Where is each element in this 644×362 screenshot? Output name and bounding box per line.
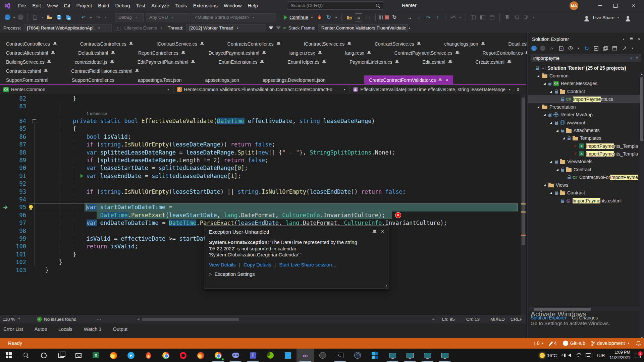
tab-appsettings.Test.json[interactable]: appsettings.Test.json (133, 75, 186, 84)
popup-link-copy-details[interactable]: Copy Details (244, 262, 271, 267)
tab-changelogs.json[interactable]: changelogs.json (439, 39, 489, 48)
popup-pin-icon[interactable] (373, 230, 376, 234)
maximize-button[interactable] (608, 0, 623, 11)
taskbar-app-dark-icon[interactable] (314, 349, 331, 362)
tree-item-importpayments-templa[interactable]: ✓XImportPayments_Templa (528, 150, 644, 158)
menu-tools[interactable]: Tools (172, 0, 190, 11)
panel-tab-error-list[interactable]: Error List (3, 326, 23, 338)
se-forward-icon[interactable]: → (540, 46, 545, 51)
outgoing-commits[interactable]: ↑ 0 ▾ (533, 341, 544, 346)
pin-icon[interactable] (481, 42, 485, 46)
tree-item-presentation[interactable]: ◢Presentation (528, 103, 644, 111)
tree-item-renter-mvcapp[interactable]: ◢Renter.MvcApp (528, 111, 644, 119)
tree-item-contract[interactable]: ◢Contract (528, 189, 644, 197)
live-share-group[interactable]: Live Share ▾ (585, 11, 630, 23)
taskbar-visual-studio-icon[interactable]: ∞ (297, 349, 314, 362)
pin-icon[interactable] (347, 42, 351, 46)
tab-IContractService.cs[interactable]: IContractService.cs (152, 39, 208, 48)
solution-explorer-hscrollbar[interactable] (529, 307, 640, 311)
menu-view[interactable]: View (44, 0, 61, 11)
minimize-button[interactable] (592, 0, 608, 11)
tree-item-common[interactable]: ◢Common (528, 72, 644, 79)
se-sync-dropdown[interactable]: ▾ (631, 47, 634, 50)
next-bookmark-icon[interactable] (522, 13, 530, 21)
taskbar-brave-icon[interactable] (140, 349, 157, 362)
tab-DelayedPayment.cshtml[interactable]: DelayedPayment.cshtml (204, 48, 271, 57)
tab-EnumExtension.cs[interactable]: EnumExtension.cs (214, 57, 269, 66)
code-cleanup-icon[interactable]: ⌁ (97, 317, 99, 321)
stop-debugging-icon[interactable] (385, 15, 389, 19)
navigate-back-dropdown[interactable]: ▾ (12, 16, 16, 19)
weather-widget[interactable]: 16°C (540, 353, 557, 358)
pin-icon[interactable] (129, 42, 133, 46)
bookmark-icon[interactable] (503, 13, 511, 21)
tree-item-importpayments-cshtml[interactable]: @ImportPayments.cshtml (528, 197, 644, 204)
github-status[interactable]: GitHub (563, 341, 585, 346)
volume-icon[interactable] (568, 354, 571, 357)
member-dropdown[interactable]: ◧ EffectiveDateValidate(DateTime effecti… (350, 85, 526, 94)
popup-resize-grip[interactable] (384, 285, 387, 288)
popup-link-view-details[interactable]: View Details (209, 262, 236, 267)
code-line-93[interactable]: 93 if (string.IsNullOrEmpty(leaseStartDa… (0, 188, 521, 196)
code-line-86[interactable]: 86 bool isValid; (0, 133, 521, 141)
solution-search-input[interactable]: importpayme × ▾ (531, 54, 641, 62)
clear-search-icon[interactable]: × (630, 56, 633, 61)
process-dropdown[interactable]: [7664] Renter.WebApplicationApi.▾ (24, 24, 112, 32)
tab-ContractAlter.cshtml[interactable]: ContractAlter.cshtml (1, 48, 59, 57)
tab-Contracts.cshtml[interactable]: Contracts.cshtml (1, 66, 52, 75)
tab-lang.resx[interactable]: lang.resx (340, 48, 376, 57)
step-over-icon[interactable]: ↷ (425, 13, 432, 21)
taskbar-start-icon[interactable] (0, 349, 17, 362)
tree-item-wwwroot[interactable]: ◢wwwroot (528, 119, 644, 126)
se-properties-icon[interactable] (612, 45, 618, 51)
taskbar-discord-icon[interactable] (227, 349, 244, 362)
tree-item-contractnoforimportpayme[interactable]: C#ContractNoForImportPayme (528, 173, 644, 181)
pin-icon[interactable] (277, 42, 280, 46)
stack-frame-dropdown[interactable]: Renter.Common.Validators.FluentValidatic… (318, 24, 408, 32)
pin-icon[interactable] (135, 69, 139, 73)
pin-icon[interactable] (322, 60, 326, 64)
taskbar-mail-icon[interactable] (70, 349, 87, 362)
taskbar-chrome-active-icon[interactable] (209, 349, 227, 362)
type-dropdown[interactable]: C Renter.Common.Validators.FluentValidat… (174, 85, 350, 94)
continue-play-icon[interactable] (284, 15, 287, 20)
startup-project-dropdown[interactable]: <Multiple Startup Projects>▾ (192, 13, 276, 21)
tree-item-importpayments-templa[interactable]: ✓XImportPayments_Templa (528, 142, 644, 150)
pin-icon[interactable] (44, 69, 48, 73)
tab-IContractService.cs[interactable]: IContractService.cs (299, 39, 356, 48)
diagnostics-icon[interactable] (449, 13, 457, 21)
se-sync-icon[interactable] (621, 45, 627, 51)
pin-icon[interactable] (260, 60, 264, 64)
new-file-icon[interactable] (31, 13, 39, 21)
zoom-level-dropdown[interactable]: 110 %▾ (0, 317, 23, 322)
se-pending-changes-icon[interactable] (568, 45, 574, 51)
code-line-96[interactable]: 96 DateTime.ParseExact(leaseStartDate, l… (0, 212, 521, 219)
panel-dropdown-icon[interactable]: ▾ (622, 38, 625, 41)
taskbar-firefox-icon[interactable] (105, 349, 122, 362)
code-line-83[interactable]: 83 (0, 103, 521, 110)
panel-tab-locals[interactable]: Locals (58, 326, 72, 338)
tab-ContractsController.cs[interactable]: ContractsController.cs (75, 39, 138, 48)
pin-icon[interactable] (395, 60, 399, 64)
tab-BuildingService.cs[interactable]: BuildingService.cs (1, 57, 56, 66)
save-all-icon[interactable] (65, 13, 72, 21)
continue-button[interactable]: Continue (289, 15, 308, 20)
taskbar-terminal-icon[interactable]: >_ (331, 349, 349, 362)
taskbar-monitor-4-icon[interactable] (436, 349, 453, 362)
tree-item-importpayments-cs[interactable]: C#ImportPayments.cs (528, 95, 644, 103)
step-into-icon[interactable]: ↓ (415, 13, 423, 21)
tab-ContractFieldHistories.cshtml[interactable]: ContractFieldHistories.cshtml (66, 66, 144, 75)
taskbar-opera-icon[interactable] (174, 349, 192, 362)
menu-debug[interactable]: Debug (112, 0, 133, 11)
restart-app-icon[interactable]: ↻ (325, 13, 332, 21)
pin-icon[interactable] (47, 60, 51, 64)
filter-flagged-icon[interactable] (276, 26, 281, 29)
close-tab-icon[interactable]: × (445, 77, 448, 83)
lifecycle-events-dropdown[interactable]: Lifecycle Events (124, 25, 157, 31)
previous-bookmark-icon[interactable] (513, 13, 520, 21)
code-line-95[interactable]: 95 var startDateToDateTime = (0, 203, 521, 211)
save-icon[interactable] (55, 13, 63, 21)
taskbar-geforce-icon[interactable] (262, 349, 279, 362)
expander-icon[interactable]: ◢ (555, 129, 559, 132)
code-line-89[interactable]: 89 if (splittedLeaseDateRange.Length != … (0, 157, 521, 164)
